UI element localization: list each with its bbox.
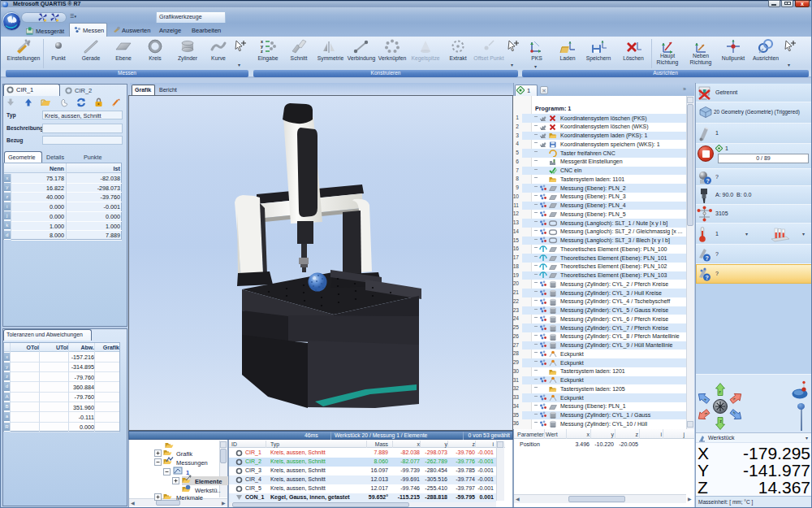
svg-text:?: ? xyxy=(706,275,709,280)
svg-text:?: ? xyxy=(706,255,709,261)
svg-text:?: ? xyxy=(706,178,710,184)
svg-text:z: z xyxy=(261,49,263,54)
